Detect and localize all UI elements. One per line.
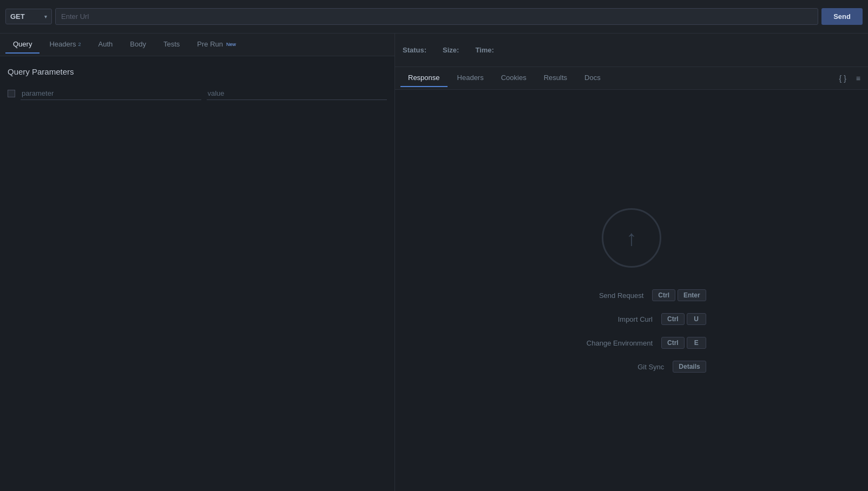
app-container: GET POST PUT DELETE PATCH HEAD OPTIONS ▾… <box>0 0 868 491</box>
param-row <box>8 87 387 100</box>
response-tabs-bar: Response Headers Cookies Results Docs { … <box>395 67 868 90</box>
shortcut-send-label: Send Request <box>557 291 643 300</box>
send-button[interactable]: Send <box>821 8 863 25</box>
response-tabs-right: { } ≡ <box>837 72 863 85</box>
left-panel: Query Headers2 Auth Body Tests Pre Run N… <box>0 34 395 491</box>
top-bar: GET POST PUT DELETE PATCH HEAD OPTIONS ▾… <box>0 0 868 34</box>
tab-results[interactable]: Results <box>536 69 575 87</box>
key-enter: Enter <box>678 289 706 301</box>
param-key-input[interactable] <box>21 87 201 100</box>
tab-docs[interactable]: Docs <box>577 69 608 87</box>
chevron-down-icon: ▾ <box>44 14 47 19</box>
shortcut-send-request: Send Request Ctrl Enter <box>557 289 706 301</box>
param-checkbox[interactable] <box>8 90 15 97</box>
tab-response[interactable]: Response <box>400 69 448 87</box>
status-info: Status: Size: Time: <box>403 46 494 54</box>
query-parameters-title: Query Parameters <box>8 67 387 76</box>
key-ctrl-2: Ctrl <box>661 313 685 325</box>
shortcut-import-label: Import Curl <box>566 315 653 323</box>
method-select[interactable]: GET POST PUT DELETE PATCH HEAD OPTIONS ▾ <box>5 9 52 24</box>
tab-query[interactable]: Query <box>5 36 40 54</box>
shortcut-change-env-label: Change Environment <box>566 339 653 347</box>
tab-cookies[interactable]: Cookies <box>494 69 534 87</box>
placeholder-icon: ↑ <box>602 208 661 268</box>
prerun-new-badge: New <box>226 42 236 47</box>
method-dropdown[interactable]: GET POST PUT DELETE PATCH HEAD OPTIONS <box>10 12 42 21</box>
shortcut-change-env-keys: Ctrl E <box>661 337 706 349</box>
tab-prerun[interactable]: Pre Run New <box>189 36 244 54</box>
status-label: Status: <box>403 46 426 54</box>
key-u: U <box>687 313 706 325</box>
response-body: ↑ Send Request Ctrl Enter Import Curl Ct… <box>395 90 868 491</box>
shortcut-git-sync-keys: Details <box>673 361 706 373</box>
shortcut-git-sync-label: Git Sync <box>577 363 664 371</box>
headers-badge: 2 <box>78 42 81 47</box>
tab-headers[interactable]: Headers2 <box>42 36 88 54</box>
tab-auth[interactable]: Auth <box>91 36 121 54</box>
response-header-bar: Status: Size: Time: <box>395 34 868 67</box>
shortcuts-container: Send Request Ctrl Enter Import Curl Ctrl… <box>557 289 706 373</box>
main-content: Query Headers2 Auth Body Tests Pre Run N… <box>0 34 868 491</box>
send-arrow-icon: ↑ <box>626 226 637 250</box>
menu-icon-button[interactable]: ≡ <box>854 72 863 85</box>
left-tabs-bar: Query Headers2 Auth Body Tests Pre Run N… <box>0 34 394 56</box>
key-e: E <box>687 337 706 349</box>
param-value-input[interactable] <box>207 87 387 100</box>
tab-response-headers[interactable]: Headers <box>450 69 491 87</box>
shortcut-import-keys: Ctrl U <box>661 313 706 325</box>
tab-tests[interactable]: Tests <box>156 36 187 54</box>
tab-body[interactable]: Body <box>122 36 154 54</box>
key-ctrl-1: Ctrl <box>652 289 675 301</box>
braces-icon-button[interactable]: { } <box>837 72 849 85</box>
size-label: Size: <box>443 46 459 54</box>
url-input[interactable] <box>55 8 818 25</box>
shortcut-change-env: Change Environment Ctrl E <box>566 337 706 349</box>
shortcut-git-sync: Git Sync Details <box>577 361 706 373</box>
shortcut-send-keys: Ctrl Enter <box>652 289 706 301</box>
key-ctrl-3: Ctrl <box>661 337 685 349</box>
shortcut-import-curl: Import Curl Ctrl U <box>566 313 706 325</box>
right-panel: Status: Size: Time: Response Headers Coo… <box>395 34 868 491</box>
query-panel: Query Parameters <box>0 56 394 491</box>
time-label: Time: <box>475 46 494 54</box>
key-details[interactable]: Details <box>673 361 706 373</box>
